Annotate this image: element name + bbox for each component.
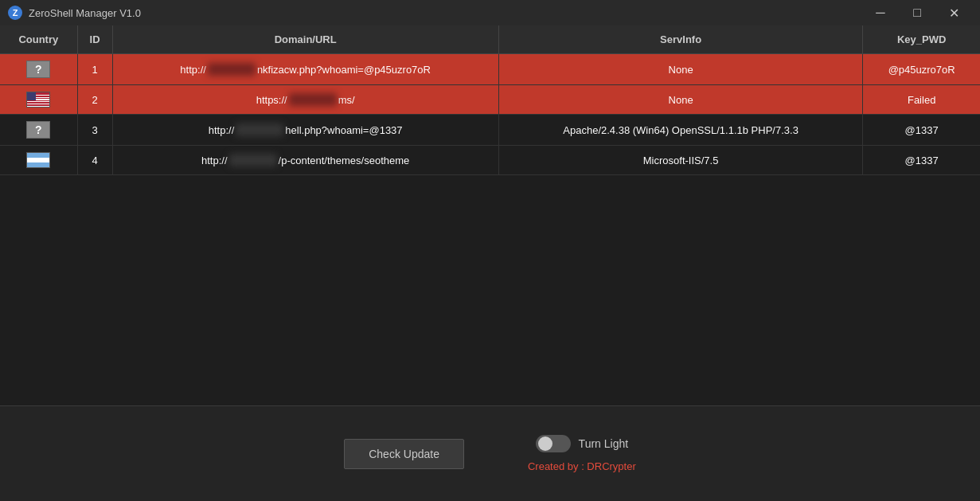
id-cell: 2 [77, 85, 112, 115]
table-row[interactable]: ?1http://nkfizacw.php?whoami=@p45uzro7oR… [0, 54, 980, 85]
app-title: ZeroShell Manager V1.0 [29, 7, 141, 19]
light-toggle[interactable] [536, 435, 571, 452]
url-cell: http://hell.php?whoami=@1337 [112, 115, 498, 146]
toggle-knob [538, 436, 552, 451]
url-suffix: hell.php?whoami=@1337 [285, 124, 402, 136]
keypwd-cell: Failed [863, 85, 980, 115]
url-blurred [236, 123, 283, 136]
url-prefix: http:// [180, 64, 206, 76]
url-prefix: http:// [201, 155, 228, 166]
table-row[interactable]: 4http:///p-content/themes/seothemeMicros… [0, 146, 980, 175]
id-cell: 4 [77, 146, 112, 175]
url-prefix: http:// [209, 124, 235, 136]
close-button[interactable]: ✕ [935, 0, 972, 25]
id-cell: 3 [77, 115, 112, 146]
table-container: Country ID Domain/URL ServInfo Key_PWD ?… [0, 25, 980, 405]
col-id: ID [77, 25, 112, 54]
url-cell: http:///p-content/themes/seotheme [112, 146, 498, 175]
servinfo-cell: Microsoft-IIS/7.5 [498, 146, 862, 175]
keypwd-cell: @1337 [863, 146, 980, 175]
url-cell: https://ms/ [112, 85, 498, 115]
country-cell [0, 85, 77, 115]
toggle-row: Turn Light [536, 435, 629, 452]
minimize-button[interactable]: ─ [862, 0, 899, 25]
credit-text: Created by : DRCrypter [528, 460, 636, 472]
table-body: ?1http://nkfizacw.php?whoami=@p45uzro7oR… [0, 54, 980, 175]
country-cell: ? [0, 54, 77, 85]
url-blurred [208, 63, 256, 76]
col-domain: Domain/URL [112, 25, 498, 54]
window-controls: ─ □ ✕ [862, 0, 972, 25]
toggle-label: Turn Light [579, 437, 629, 450]
col-keypwd: Key_PWD [863, 25, 980, 54]
bottom-bar: Check Update Turn Light Created by : DRC… [0, 405, 980, 501]
table-row[interactable]: 2https://ms/NoneFailed [0, 85, 980, 115]
flag-unknown-icon: ? [26, 121, 50, 139]
keypwd-cell: @1337 [863, 115, 980, 146]
servinfo-cell: None [498, 85, 862, 115]
col-country: Country [0, 25, 77, 54]
col-servinfo: ServInfo [498, 25, 862, 54]
url-suffix: /p-content/themes/seotheme [279, 155, 410, 166]
table-header: Country ID Domain/URL ServInfo Key_PWD [0, 25, 980, 54]
country-cell [0, 146, 77, 175]
flag-us-icon [26, 92, 50, 108]
url-cell: http://nkfizacw.php?whoami=@p45uzro7oR [112, 54, 498, 85]
url-suffix: ms/ [338, 94, 355, 106]
servinfo-cell: Apache/2.4.38 (Win64) OpenSSL/1.1.1b PHP… [498, 115, 862, 146]
url-blurred [229, 154, 277, 166]
title-bar-left: Z ZeroShell Manager V1.0 [8, 6, 141, 20]
url-suffix: nkfizacw.php?whoami=@p45uzro7oR [257, 64, 431, 76]
app-icon: Z [8, 6, 22, 20]
table-row[interactable]: ?3http://hell.php?whoami=@1337Apache/2.4… [0, 115, 980, 146]
maximize-button[interactable]: □ [899, 0, 935, 25]
data-table: Country ID Domain/URL ServInfo Key_PWD ?… [0, 25, 980, 175]
title-bar: Z ZeroShell Manager V1.0 ─ □ ✕ [0, 0, 980, 25]
flag-ar-icon [26, 152, 50, 168]
right-controls: Turn Light Created by : DRCrypter [528, 435, 636, 472]
url-prefix: https:// [256, 94, 287, 106]
main-content: Country ID Domain/URL ServInfo Key_PWD ?… [0, 25, 980, 501]
country-cell: ? [0, 115, 77, 146]
keypwd-cell: @p45uzro7oR [863, 54, 980, 85]
check-update-button[interactable]: Check Update [344, 439, 464, 469]
id-cell: 1 [77, 54, 112, 85]
flag-unknown-icon: ? [26, 61, 50, 78]
url-blurred [289, 93, 337, 106]
servinfo-cell: None [498, 54, 862, 85]
